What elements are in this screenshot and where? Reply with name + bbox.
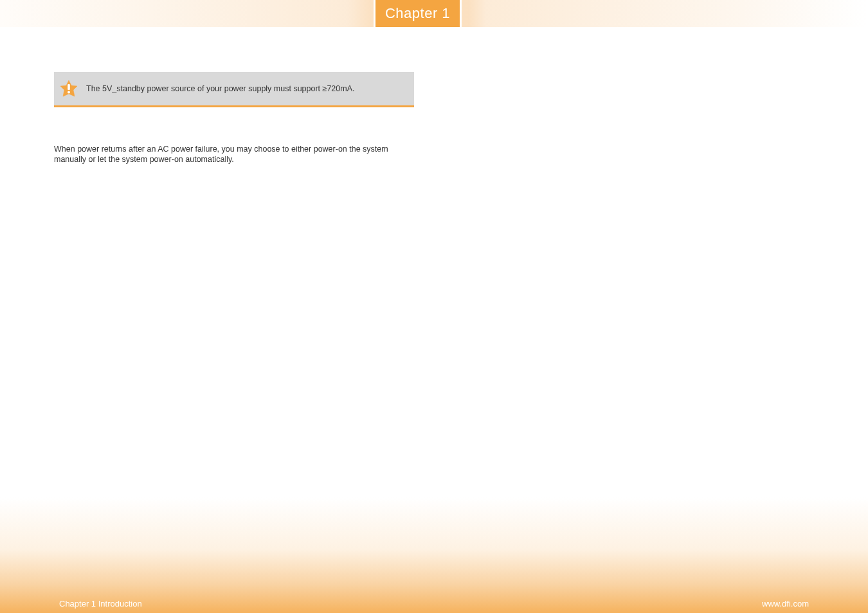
svg-point-2 — [68, 91, 70, 94]
svg-rect-1 — [68, 84, 70, 90]
footer-chapter-info: Chapter 1 Introduction — [59, 599, 142, 609]
important-note-box: The 5V_standby power source of your powe… — [54, 72, 414, 107]
chapter-tab: Chapter 1 — [374, 0, 462, 27]
important-icon — [54, 79, 84, 98]
footer-website: www.dfi.com — [762, 599, 809, 609]
body-paragraph: When power returns after an AC power fai… — [54, 145, 392, 164]
note-text: The 5V_standby power source of your powe… — [84, 84, 355, 93]
footer-bar: Chapter 1 Introduction www.dfi.com — [0, 594, 868, 613]
chapter-label: Chapter 1 — [385, 5, 450, 22]
